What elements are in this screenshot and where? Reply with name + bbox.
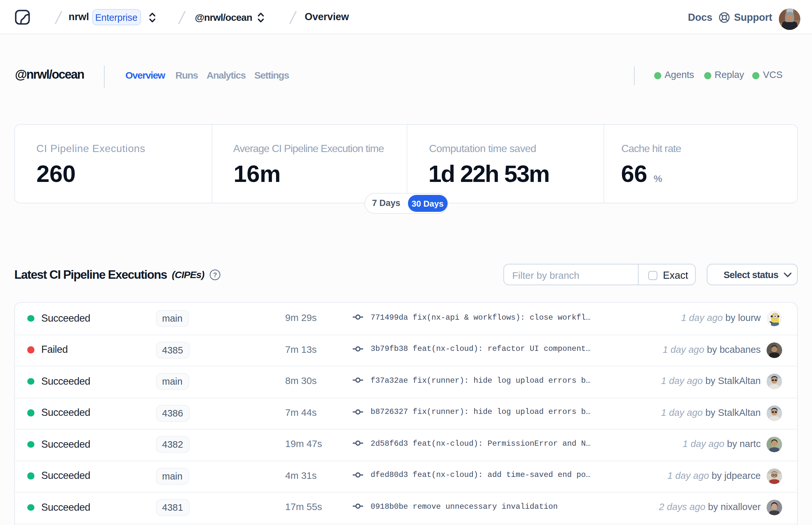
svg-text:?: ? [213,271,217,279]
